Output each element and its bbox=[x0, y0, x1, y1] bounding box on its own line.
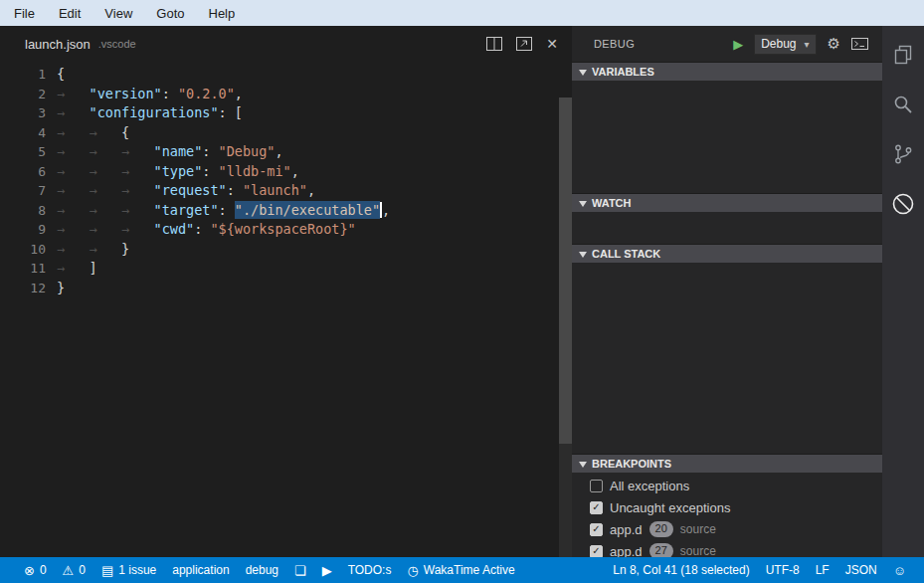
open-preview-icon[interactable] bbox=[516, 37, 532, 51]
code-line[interactable]: 5→→→"name": "Debug", bbox=[0, 142, 572, 162]
code-line[interactable]: 2→"version": "0.2.0", bbox=[0, 85, 572, 104]
breakpoint-label: app.d bbox=[610, 544, 643, 558]
status-utf-8[interactable]: UTF-8 bbox=[758, 557, 808, 583]
editor-group: launch.json .vscode ✕ 1{2→"version": "0.… bbox=[0, 26, 572, 557]
breakpoint-label: All exceptions bbox=[610, 479, 689, 493]
status-label: LF bbox=[816, 563, 830, 577]
clock-icon: ◷ bbox=[407, 564, 418, 577]
book-icon: ❏ bbox=[294, 564, 306, 577]
breakpoint-label: app.d bbox=[610, 522, 643, 537]
status-todo-s[interactable]: TODO:s bbox=[340, 557, 400, 583]
code-line[interactable]: 4→→{ bbox=[0, 123, 572, 143]
line-number[interactable]: 9 bbox=[0, 220, 46, 240]
split-editor-icon[interactable] bbox=[486, 37, 502, 51]
variables-panel[interactable] bbox=[572, 81, 882, 193]
menu-item-goto[interactable]: Goto bbox=[144, 0, 196, 26]
line-number[interactable]: 11 bbox=[0, 259, 46, 279]
collapse-triangle-icon bbox=[579, 70, 587, 76]
section-header-variables[interactable]: VARIABLES bbox=[572, 62, 882, 81]
status-book-icon[interactable]: ❏ bbox=[286, 557, 314, 583]
status-smiley-icon[interactable]: ☺ bbox=[885, 557, 914, 583]
breakpoint-row[interactable]: app.d27source bbox=[572, 540, 882, 557]
code-editor[interactable]: 1{2→"version": "0.2.0",3→"configurations… bbox=[0, 62, 572, 557]
editor-tab-title[interactable]: launch.json bbox=[25, 37, 91, 52]
breakpoint-row[interactable]: All exceptions bbox=[572, 475, 882, 496]
status-json[interactable]: JSON bbox=[837, 557, 885, 583]
code-line[interactable]: 1{ bbox=[0, 65, 572, 85]
menu-item-help[interactable]: Help bbox=[197, 0, 248, 26]
line-number[interactable]: 3 bbox=[0, 103, 46, 123]
menu-item-edit[interactable]: Edit bbox=[47, 0, 92, 26]
collapse-triangle-icon bbox=[579, 252, 587, 258]
line-number[interactable]: 10 bbox=[0, 240, 46, 260]
status-label: 1 issue bbox=[118, 563, 156, 577]
debug-console-icon[interactable] bbox=[851, 37, 868, 51]
status-bar: ⊗0⚠0▤1 issueapplicationdebug❏▶TODO:s◷Wak… bbox=[0, 557, 924, 583]
breakpoint-row[interactable]: app.d20source bbox=[572, 518, 882, 540]
debug-panel-header: DEBUG ▶ Debug ▾ ⚙ bbox=[572, 26, 882, 62]
editor-scrollbar[interactable] bbox=[559, 97, 572, 557]
line-number[interactable]: 12 bbox=[0, 279, 46, 298]
status-lf[interactable]: LF bbox=[808, 557, 837, 583]
line-number[interactable]: 7 bbox=[0, 181, 46, 201]
breakpoint-checkbox[interactable] bbox=[590, 545, 603, 558]
line-number[interactable]: 2 bbox=[0, 85, 46, 104]
activity-bar bbox=[882, 26, 924, 557]
status-debug[interactable]: debug bbox=[238, 557, 286, 583]
close-icon[interactable]: ✕ bbox=[546, 37, 558, 51]
code-line[interactable]: 8→→→"target": "./bin/executable", bbox=[0, 201, 572, 221]
debug-config-label: Debug bbox=[761, 37, 796, 51]
code-line[interactable]: 6→→→"type": "lldb-mi", bbox=[0, 162, 572, 182]
status-play-icon[interactable]: ▶ bbox=[314, 557, 340, 583]
files-icon[interactable] bbox=[889, 41, 917, 69]
git-icon[interactable] bbox=[889, 140, 917, 168]
section-header-watch[interactable]: WATCH bbox=[572, 193, 882, 212]
status-label: 0 bbox=[40, 563, 47, 577]
code-line[interactable]: 3→"configurations": [ bbox=[0, 103, 572, 123]
code-line[interactable]: 12} bbox=[0, 279, 572, 298]
menu-item-view[interactable]: View bbox=[92, 0, 144, 26]
line-number[interactable]: 4 bbox=[0, 123, 46, 143]
code-line[interactable]: 10→→} bbox=[0, 240, 572, 260]
breakpoint-checkbox[interactable] bbox=[590, 480, 603, 492]
search-icon[interactable] bbox=[889, 91, 917, 118]
warning-icon: ⚠ bbox=[63, 564, 75, 577]
debug-icon[interactable] bbox=[889, 190, 917, 218]
vscode-window: FileEditViewGotoHelp launch.json .vscode… bbox=[0, 0, 924, 583]
collapse-triangle-icon bbox=[579, 201, 587, 207]
line-number[interactable]: 1 bbox=[0, 65, 46, 85]
breakpoint-checkbox[interactable] bbox=[590, 523, 603, 536]
watch-panel[interactable] bbox=[572, 212, 882, 244]
status-wakatime-active[interactable]: ◷WakaTime Active bbox=[399, 557, 522, 583]
status-0[interactable]: ⚠0 bbox=[55, 557, 93, 583]
status-0[interactable]: ⊗0 bbox=[16, 557, 55, 583]
status-label: debug bbox=[246, 563, 278, 577]
status-label: application bbox=[172, 563, 229, 577]
menu-item-file[interactable]: File bbox=[2, 0, 47, 26]
breakpoint-row[interactable]: Uncaught exceptions bbox=[572, 496, 882, 518]
code-line[interactable]: 9→→→"cwd": "${workspaceRoot}" bbox=[0, 220, 572, 240]
debug-config-select[interactable]: Debug ▾ bbox=[754, 34, 816, 55]
collapse-triangle-icon bbox=[579, 462, 587, 468]
status-1-issue[interactable]: ▤1 issue bbox=[93, 557, 164, 583]
line-number[interactable]: 6 bbox=[0, 162, 46, 182]
gear-icon[interactable]: ⚙ bbox=[828, 35, 840, 53]
section-header-call-stack[interactable]: CALL STACK bbox=[572, 244, 882, 263]
status-label: 0 bbox=[79, 563, 86, 577]
status-application[interactable]: application bbox=[164, 557, 237, 583]
debug-sidebar: DEBUG ▶ Debug ▾ ⚙ VARIABLES bbox=[572, 26, 882, 557]
breakpoint-checkbox[interactable] bbox=[590, 501, 603, 514]
scrollbar-slider[interactable] bbox=[559, 97, 572, 444]
breakpoint-detail: source bbox=[680, 522, 716, 536]
editor-title-bar: launch.json .vscode ✕ bbox=[0, 26, 572, 62]
line-number[interactable]: 8 bbox=[0, 201, 46, 221]
call-stack-panel[interactable] bbox=[572, 263, 882, 454]
debug-toolbar: ▶ Debug ▾ ⚙ bbox=[733, 34, 868, 55]
status-ln-8-col-41-18-selected[interactable]: Ln 8, Col 41 (18 selected) bbox=[605, 557, 757, 583]
section-header-breakpoints[interactable]: BREAKPOINTS bbox=[572, 454, 882, 473]
line-number[interactable]: 5 bbox=[0, 142, 46, 162]
start-debug-button[interactable]: ▶ bbox=[733, 37, 743, 52]
code-line[interactable]: 7→→→"request": "launch", bbox=[0, 181, 572, 201]
code-line[interactable]: 11→] bbox=[0, 259, 572, 279]
breakpoint-line-badge: 20 bbox=[649, 521, 673, 536]
